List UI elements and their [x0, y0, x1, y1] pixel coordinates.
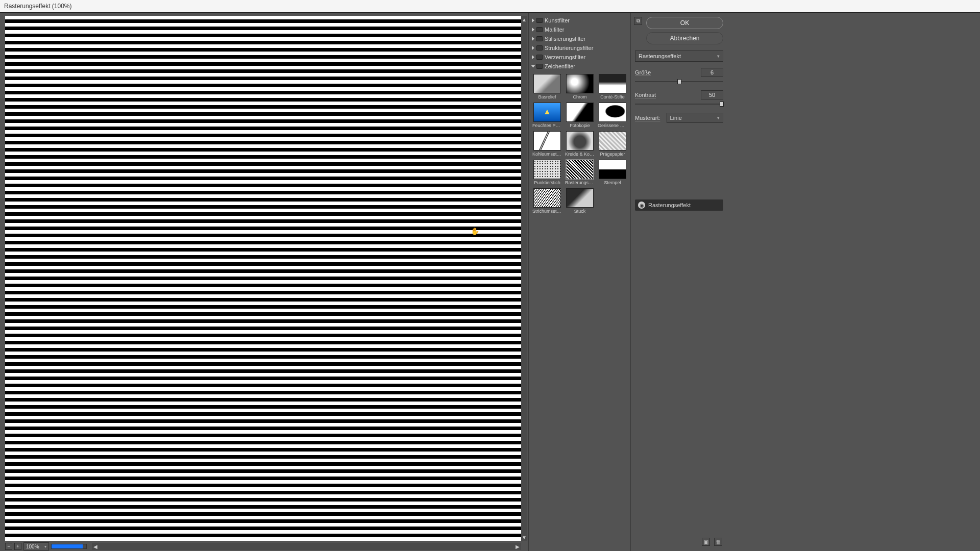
chevron-right-icon: [532, 37, 534, 41]
zoom-in-button[interactable]: +: [14, 543, 21, 550]
preview-area: ✋ ▲ ▼ − + 100% ◀ ▶: [0, 13, 528, 551]
filter-thumb-fotokopie[interactable]: Fotokopie: [566, 103, 594, 128]
chevron-right-icon: [532, 18, 534, 22]
category-verzerrungsfilter[interactable]: Verzerrungsfilter: [531, 53, 628, 62]
thumb-preview: [566, 131, 594, 151]
thumb-label: Stuck: [574, 209, 586, 214]
filter-thumbnail-grid: Basrelief Chrom Conté-Stifte Feuchtes Pa…: [531, 71, 628, 215]
param-pattern-label: Musterart:: [635, 115, 660, 121]
category-stilisierungsfilter[interactable]: Stilisierungsfilter: [531, 34, 628, 43]
param-size-input[interactable]: 6: [701, 68, 723, 77]
folder-icon: [536, 27, 543, 32]
thumb-preview: [533, 74, 561, 93]
thumb-label: Basrelief: [538, 94, 556, 99]
thumb-label: Feuchtes Papier: [532, 123, 562, 128]
filter-thumb-punktierstich[interactable]: Punktierstich: [533, 160, 561, 185]
folder-icon: [536, 45, 543, 51]
scroll-left-icon[interactable]: ◀: [92, 543, 99, 550]
category-kunstfilter[interactable]: Kunstfilter: [531, 16, 628, 25]
zoom-level-dropdown[interactable]: 100%: [23, 542, 49, 550]
thumb-preview: [566, 160, 594, 179]
chevron-right-icon: [532, 55, 534, 59]
horizontal-scrollbar[interactable]: ◀ ▶: [92, 543, 521, 550]
category-malfilter[interactable]: Malfilter: [531, 25, 628, 34]
folder-icon: [536, 36, 543, 41]
thumb-preview: [599, 131, 626, 151]
thumb-preview: [533, 188, 561, 208]
slider-thumb[interactable]: [720, 102, 724, 107]
thumb-preview: [599, 103, 626, 122]
thumb-label: Gerissene Kanten: [598, 123, 627, 128]
param-contrast-slider[interactable]: [635, 101, 723, 108]
thumb-preview: [599, 74, 626, 93]
zoom-out-button[interactable]: −: [5, 543, 12, 550]
thumb-preview: [566, 188, 594, 208]
thumb-label: Rasterungseffekt: [565, 180, 595, 185]
thumb-preview: [533, 103, 561, 122]
scroll-down-icon[interactable]: ▼: [521, 534, 527, 541]
category-zeichenfilter[interactable]: Zeichenfilter: [531, 62, 628, 71]
filter-thumb-kreide-kohle[interactable]: Kreide & Kohle: [566, 131, 594, 157]
filter-thumb-stempel[interactable]: Stempel: [598, 160, 627, 185]
param-size-label: Größe: [635, 69, 651, 76]
ok-button[interactable]: OK: [646, 17, 723, 29]
visibility-toggle-icon[interactable]: ◉: [638, 202, 645, 209]
effect-layer-row[interactable]: ◉ Rasterungseffekt: [635, 199, 723, 211]
filter-thumb-chrom[interactable]: Chrom: [566, 74, 594, 99]
thumb-preview: [533, 131, 561, 151]
filter-thumb-gerissene-kanten[interactable]: Gerissene Kanten: [598, 103, 627, 128]
category-label: Kunstfilter: [545, 17, 570, 23]
thumb-label: Strichumsetzung: [532, 209, 562, 214]
effect-layer-list: ◉ Rasterungseffekt: [635, 199, 723, 211]
vertical-scrollbar[interactable]: ▲ ▼: [521, 16, 527, 541]
slider-thumb[interactable]: [677, 79, 681, 84]
category-label: Stilisierungsfilter: [545, 36, 585, 42]
folder-icon: [536, 64, 543, 69]
new-effect-layer-button[interactable]: ▣: [702, 538, 710, 546]
preview-canvas[interactable]: ✋: [5, 16, 521, 541]
delete-effect-layer-button[interactable]: 🗑: [714, 538, 722, 546]
window-title: Rasterungseffekt (100%): [0, 0, 980, 12]
category-label: Malfilter: [545, 27, 565, 33]
param-contrast-input[interactable]: 50: [701, 90, 723, 99]
zoom-level-value: 100%: [26, 544, 39, 549]
filter-thumb-praegepapier[interactable]: Prägepapier: [598, 131, 627, 157]
chevron-down-icon: [531, 65, 535, 68]
filter-thumb-stuck[interactable]: Stuck: [566, 188, 594, 214]
param-pattern-dropdown[interactable]: Linie: [667, 113, 723, 123]
filter-thumb-strichumsetzung[interactable]: Strichumsetzung: [533, 188, 561, 214]
thumb-preview: [566, 74, 594, 93]
progress-bar: [51, 544, 87, 549]
thumb-label: Kohleumsetzung: [532, 152, 562, 157]
filter-select-value: Rasterungseffekt: [639, 53, 681, 59]
chevron-right-icon: [532, 46, 534, 50]
category-strukturierungsfilter[interactable]: Strukturierungsfilter: [531, 43, 628, 53]
thumb-label: Kreide & Kohle: [565, 152, 595, 157]
thumb-preview: [566, 103, 594, 122]
filter-thumb-rasterungseffekt[interactable]: Rasterungseffekt: [566, 160, 594, 185]
hand-cursor-icon: ✋: [471, 227, 479, 235]
cancel-button[interactable]: Abbrechen: [646, 32, 723, 44]
filter-thumb-kohleumsetzung[interactable]: Kohleumsetzung: [533, 131, 561, 157]
category-label: Verzerrungsfilter: [545, 54, 585, 60]
filter-category-panel: Kunstfilter Malfilter Stilisierungsfilte…: [528, 13, 630, 551]
folder-icon: [536, 18, 543, 23]
filter-thumb-conte-stifte[interactable]: Conté-Stifte: [598, 74, 627, 99]
param-size-slider[interactable]: [635, 78, 723, 85]
filter-thumb-basrelief[interactable]: Basrelief: [533, 74, 561, 99]
title-text: Rasterungseffekt (100%): [4, 3, 72, 10]
ok-label: OK: [680, 19, 689, 27]
effect-layer-name: Rasterungseffekt: [648, 202, 691, 208]
empty-gutter: [727, 13, 980, 551]
scroll-up-icon[interactable]: ▲: [521, 16, 527, 23]
toggle-panel-icon[interactable]: ⧉: [634, 17, 642, 25]
cancel-label: Abbrechen: [670, 35, 699, 42]
filter-thumb-feuchtes-papier[interactable]: Feuchtes Papier: [533, 103, 561, 128]
param-pattern-value: Linie: [670, 115, 682, 121]
chevron-right-icon: [532, 28, 534, 32]
category-label: Zeichenfilter: [545, 63, 575, 69]
folder-icon: [536, 55, 543, 60]
filter-select-dropdown[interactable]: Rasterungseffekt: [635, 51, 723, 62]
thumb-label: Stempel: [604, 180, 621, 185]
scroll-right-icon[interactable]: ▶: [514, 543, 521, 550]
